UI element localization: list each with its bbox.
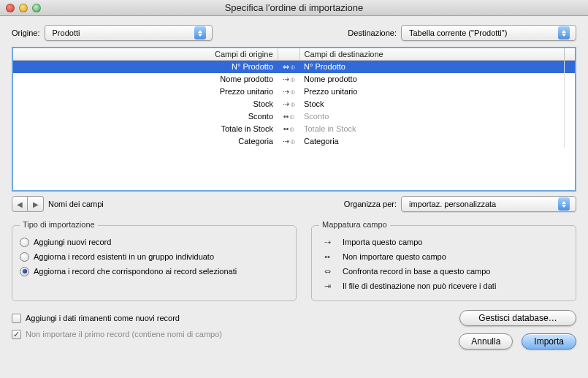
import-type-option[interactable]: Aggiungi nuovi record xyxy=(20,235,289,249)
dest-column-header[interactable]: Campi di destinazione xyxy=(300,48,565,61)
source-field: Stock xyxy=(13,98,278,110)
mapping-row[interactable]: Stock⇢⦶Stock xyxy=(13,98,575,110)
dest-select[interactable]: Tabella corrente ("Prodotti") xyxy=(401,25,576,41)
origin-value: Prodotti xyxy=(53,29,80,37)
scroll-gutter xyxy=(564,110,575,123)
legend-label: Il file di destinazione non può ricevere… xyxy=(343,281,496,290)
import-type-label: Aggiungi nuovi record xyxy=(34,238,111,246)
scroll-gutter xyxy=(564,61,575,73)
import-type-label: Aggiorna i record esistenti in un gruppo… xyxy=(34,252,214,261)
mapping-row[interactable]: Sconto••⦶Sconto xyxy=(13,110,575,123)
mapping-row[interactable]: Prezzo unitario⇢⦶Prezzo unitario xyxy=(13,86,575,98)
window-title: Specifica l'ordine di importazione xyxy=(0,2,588,13)
dest-value: Tabella corrente ("Prodotti") xyxy=(409,29,507,37)
mapping-legend-item: ⇔Confronta record in base a questo campo xyxy=(319,264,568,279)
organize-label: Organizza per: xyxy=(344,200,397,208)
dropdown-arrows-icon xyxy=(558,197,570,211)
dest-field: N° Prodotto xyxy=(299,61,564,73)
scroll-gutter xyxy=(564,86,575,98)
mapping-glyph-icon[interactable]: ⇔⦶ xyxy=(278,61,299,73)
source-field: Prezzo unitario xyxy=(13,86,278,98)
dest-field: Stock xyxy=(299,98,564,110)
dest-field: Nome prodotto xyxy=(299,73,564,86)
radio-icon xyxy=(20,252,29,262)
record-stepper: ◀ ▶ xyxy=(12,196,44,212)
dest-field: Sconto xyxy=(299,110,564,123)
close-icon[interactable] xyxy=(6,4,15,12)
import-type-group: Tipo di importazione Aggiungi nuovi reco… xyxy=(12,225,297,301)
import-type-option[interactable]: Aggiorna i record esistenti in un gruppo… xyxy=(20,249,289,264)
scroll-gutter xyxy=(564,73,575,86)
source-field: Nome prodotto xyxy=(13,73,278,86)
minimize-icon[interactable] xyxy=(19,4,28,12)
legend-glyph-icon: ⇔ xyxy=(319,267,335,276)
source-column-header[interactable]: Campi di origine xyxy=(13,48,278,61)
dropdown-arrows-icon xyxy=(558,26,570,39)
mapping-legend-item: ••Non importare questo campo xyxy=(319,249,568,264)
field-names-label: Nomi dei campi xyxy=(48,200,104,208)
source-field: Categoria xyxy=(13,135,278,148)
mapping-row[interactable]: Categoria⇢⦶Categoria xyxy=(13,135,575,148)
manage-database-button[interactable]: Gestisci database… xyxy=(459,310,576,326)
mapping-row[interactable]: N° Prodotto⇔⦶N° Prodotto xyxy=(13,61,575,73)
radio-icon xyxy=(20,238,29,247)
import-type-label: Aggiorna i record che corrispondono ai r… xyxy=(34,267,237,276)
source-field: Totale in Stock xyxy=(13,123,278,135)
mapping-glyph-icon[interactable]: ⇢⦶ xyxy=(278,98,299,110)
scroll-gutter xyxy=(564,98,575,110)
dest-label: Destinazione: xyxy=(348,29,397,37)
legend-glyph-icon: •• xyxy=(319,252,335,261)
origin-select[interactable]: Prodotti xyxy=(45,25,213,41)
zoom-icon[interactable] xyxy=(32,4,41,12)
scroll-gutter xyxy=(564,135,575,148)
import-button[interactable]: Importa xyxy=(522,333,576,349)
mapping-glyph-icon[interactable]: ••⦶ xyxy=(278,123,299,135)
scroll-gutter xyxy=(564,123,575,135)
mapping-row[interactable]: Nome prodotto⇢⦶Nome prodotto xyxy=(13,73,575,86)
legend-label: Non importare questo campo xyxy=(343,252,446,261)
dest-field: Totale in Stock xyxy=(299,123,564,135)
mapping-legend-title: Mappatura campo xyxy=(319,220,390,229)
radio-icon xyxy=(20,267,29,276)
dest-field: Prezzo unitario xyxy=(299,86,564,98)
field-mapping-list[interactable]: Campi di origine Campi di destinazione N… xyxy=(12,47,576,192)
import-type-option[interactable]: Aggiorna i record che corrispondono ai r… xyxy=(20,264,289,279)
mapping-row[interactable]: Totale in Stock••⦶Totale in Stock xyxy=(13,123,575,135)
legend-label: Confronta record in base a questo campo xyxy=(343,267,490,276)
mapping-legend-item: ⇢Importa questo campo xyxy=(319,235,568,249)
mapping-glyph-icon[interactable]: ⇢⦶ xyxy=(278,86,299,98)
mapping-legend-item: ⇥Il file di destinazione non può ricever… xyxy=(319,279,568,293)
dropdown-arrows-icon xyxy=(194,26,206,39)
legend-glyph-icon: ⇢ xyxy=(319,238,335,247)
mapping-glyph-icon[interactable]: ⇢⦶ xyxy=(278,73,299,86)
legend-glyph-icon: ⇥ xyxy=(319,281,335,291)
cancel-button[interactable]: Annulla xyxy=(459,333,513,349)
organize-select[interactable]: importaz. personalizzata xyxy=(401,196,576,212)
mapping-glyph-icon[interactable]: ⇢⦶ xyxy=(278,135,299,148)
skip-first-label: Non importare il primo record (contiene … xyxy=(26,330,222,339)
skip-first-checkbox: ✓ xyxy=(12,330,21,339)
import-type-legend: Tipo di importazione xyxy=(20,220,98,229)
origin-label: Origine: xyxy=(12,29,40,37)
mapping-header: Campi di origine Campi di destinazione xyxy=(13,48,575,61)
next-record-button[interactable]: ▶ xyxy=(28,196,44,212)
traffic-lights xyxy=(6,4,41,12)
add-remaining-label: Aggiungi i dati rimanenti come nuovi rec… xyxy=(26,314,180,322)
dest-field: Categoria xyxy=(299,135,564,148)
organize-value: importaz. personalizzata xyxy=(409,200,496,208)
add-remaining-checkbox[interactable] xyxy=(12,314,21,323)
glyph-column-header xyxy=(278,48,300,61)
source-field: Sconto xyxy=(13,110,278,123)
source-field: N° Prodotto xyxy=(13,61,278,73)
legend-label: Importa questo campo xyxy=(343,238,422,246)
mapping-legend-group: Mappatura campo ⇢Importa questo campo••N… xyxy=(311,225,576,301)
prev-record-button[interactable]: ◀ xyxy=(12,196,28,212)
scrollbar-header xyxy=(564,48,575,61)
window-titlebar: Specifica l'ordine di importazione xyxy=(0,0,588,16)
mapping-glyph-icon[interactable]: ••⦶ xyxy=(278,110,299,123)
